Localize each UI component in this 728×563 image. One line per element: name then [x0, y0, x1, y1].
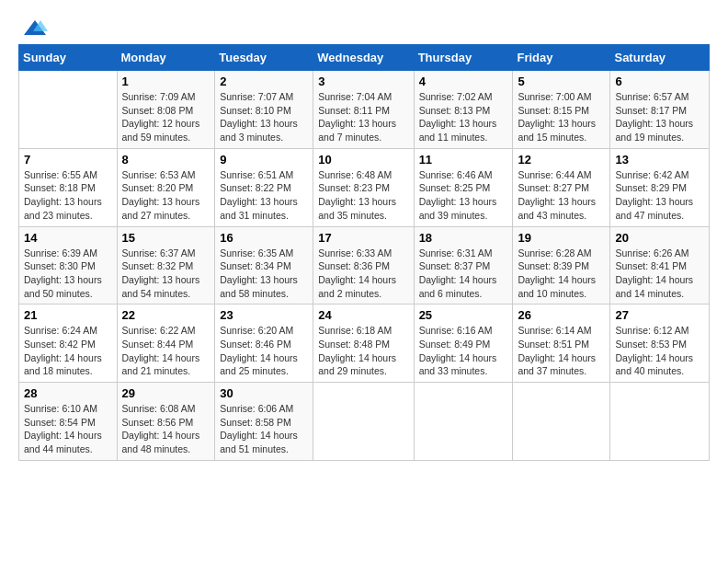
day-sunrise: Sunrise: 6:10 AMSunset: 8:54 PMDaylight:… [24, 403, 102, 454]
day-header-saturday: Saturday [610, 45, 710, 71]
day-number: 26 [518, 308, 605, 322]
calendar-cell [513, 383, 610, 461]
day-sunrise: Sunrise: 6:14 AMSunset: 8:51 PMDaylight:… [518, 325, 596, 376]
day-sunrise: Sunrise: 7:07 AMSunset: 8:10 PMDaylight:… [220, 91, 298, 143]
day-number: 28 [24, 386, 112, 400]
calendar-cell: 6 Sunrise: 6:57 AMSunset: 8:17 PMDayligh… [610, 71, 710, 149]
calendar-table: SundayMondayTuesdayWednesdayThursdayFrid… [18, 44, 710, 461]
day-sunrise: Sunrise: 7:00 AMSunset: 8:15 PMDaylight:… [518, 91, 596, 143]
calendar-week-5: 28 Sunrise: 6:10 AMSunset: 8:54 PMDaylig… [19, 383, 710, 461]
day-number: 2 [220, 75, 308, 88]
calendar-week-2: 7 Sunrise: 6:55 AMSunset: 8:18 PMDayligh… [19, 148, 710, 226]
day-number: 9 [220, 153, 308, 167]
day-number: 25 [419, 308, 508, 322]
calendar-cell [610, 383, 710, 461]
day-number: 13 [615, 153, 704, 167]
logo-icon [22, 18, 48, 39]
day-sunrise: Sunrise: 6:57 AMSunset: 8:17 PMDaylight:… [615, 91, 693, 143]
day-sunrise: Sunrise: 6:39 AMSunset: 8:30 PMDaylight:… [24, 247, 102, 299]
calendar-cell: 16 Sunrise: 6:35 AMSunset: 8:34 PMDaylig… [215, 226, 313, 304]
day-sunrise: Sunrise: 6:18 AMSunset: 8:48 PMDaylight:… [318, 325, 396, 376]
day-number: 7 [24, 153, 112, 167]
day-sunrise: Sunrise: 6:08 AMSunset: 8:56 PMDaylight:… [122, 403, 200, 454]
day-number: 3 [318, 75, 408, 88]
calendar-cell: 12 Sunrise: 6:44 AMSunset: 8:27 PMDaylig… [513, 148, 610, 226]
calendar-cell [313, 383, 414, 461]
calendar-week-4: 21 Sunrise: 6:24 AMSunset: 8:42 PMDaylig… [19, 304, 710, 383]
calendar-cell: 11 Sunrise: 6:46 AMSunset: 8:25 PMDaylig… [414, 148, 513, 226]
calendar-cell: 1 Sunrise: 7:09 AMSunset: 8:08 PMDayligh… [117, 71, 215, 149]
day-number: 14 [24, 231, 112, 245]
calendar-cell: 26 Sunrise: 6:14 AMSunset: 8:51 PMDaylig… [513, 304, 610, 383]
day-sunrise: Sunrise: 6:35 AMSunset: 8:34 PMDaylight:… [220, 247, 298, 299]
calendar-cell: 17 Sunrise: 6:33 AMSunset: 8:36 PMDaylig… [313, 226, 414, 304]
calendar-week-3: 14 Sunrise: 6:39 AMSunset: 8:30 PMDaylig… [19, 226, 710, 304]
calendar-cell: 30 Sunrise: 6:06 AMSunset: 8:58 PMDaylig… [215, 383, 313, 461]
day-number: 5 [518, 75, 605, 88]
day-sunrise: Sunrise: 6:26 AMSunset: 8:41 PMDaylight:… [615, 247, 693, 299]
calendar-cell: 22 Sunrise: 6:22 AMSunset: 8:44 PMDaylig… [117, 304, 215, 383]
calendar-cell: 29 Sunrise: 6:08 AMSunset: 8:56 PMDaylig… [117, 383, 215, 461]
calendar-cell [19, 71, 118, 149]
day-sunrise: Sunrise: 6:44 AMSunset: 8:27 PMDaylight:… [518, 169, 596, 221]
calendar-cell: 23 Sunrise: 6:20 AMSunset: 8:46 PMDaylig… [215, 304, 313, 383]
day-header-thursday: Thursday [414, 45, 513, 71]
day-sunrise: Sunrise: 6:24 AMSunset: 8:42 PMDaylight:… [24, 325, 102, 376]
day-header-monday: Monday [117, 45, 215, 71]
calendar-week-1: 1 Sunrise: 7:09 AMSunset: 8:08 PMDayligh… [19, 71, 710, 149]
calendar-cell: 28 Sunrise: 6:10 AMSunset: 8:54 PMDaylig… [19, 383, 118, 461]
logo [18, 18, 48, 35]
day-number: 18 [419, 231, 508, 245]
day-sunrise: Sunrise: 7:04 AMSunset: 8:11 PMDaylight:… [318, 91, 396, 143]
day-number: 24 [318, 308, 408, 322]
day-sunrise: Sunrise: 6:37 AMSunset: 8:32 PMDaylight:… [122, 247, 200, 299]
day-number: 16 [220, 231, 308, 245]
calendar-cell: 24 Sunrise: 6:18 AMSunset: 8:48 PMDaylig… [313, 304, 414, 383]
calendar-cell: 3 Sunrise: 7:04 AMSunset: 8:11 PMDayligh… [313, 71, 414, 149]
day-number: 1 [122, 75, 210, 88]
day-number: 29 [122, 386, 210, 400]
day-header-sunday: Sunday [19, 45, 118, 71]
calendar-cell: 21 Sunrise: 6:24 AMSunset: 8:42 PMDaylig… [19, 304, 118, 383]
calendar-cell: 19 Sunrise: 6:28 AMSunset: 8:39 PMDaylig… [513, 226, 610, 304]
day-number: 10 [318, 153, 408, 167]
day-number: 27 [615, 308, 704, 322]
day-number: 22 [122, 308, 210, 322]
day-sunrise: Sunrise: 6:06 AMSunset: 8:58 PMDaylight:… [220, 403, 298, 454]
day-number: 11 [419, 153, 508, 167]
calendar-cell [414, 383, 513, 461]
calendar-cell: 20 Sunrise: 6:26 AMSunset: 8:41 PMDaylig… [610, 226, 710, 304]
calendar-cell: 14 Sunrise: 6:39 AMSunset: 8:30 PMDaylig… [19, 226, 118, 304]
day-sunrise: Sunrise: 6:42 AMSunset: 8:29 PMDaylight:… [615, 169, 693, 221]
day-header-friday: Friday [513, 45, 610, 71]
day-sunrise: Sunrise: 6:33 AMSunset: 8:36 PMDaylight:… [318, 247, 396, 299]
day-number: 19 [518, 231, 605, 245]
calendar-cell: 5 Sunrise: 7:00 AMSunset: 8:15 PMDayligh… [513, 71, 610, 149]
day-sunrise: Sunrise: 6:28 AMSunset: 8:39 PMDaylight:… [518, 247, 596, 299]
calendar-cell: 7 Sunrise: 6:55 AMSunset: 8:18 PMDayligh… [19, 148, 118, 226]
day-number: 30 [220, 386, 308, 400]
calendar-cell: 2 Sunrise: 7:07 AMSunset: 8:10 PMDayligh… [215, 71, 313, 149]
day-number: 21 [24, 308, 112, 322]
calendar-cell: 8 Sunrise: 6:53 AMSunset: 8:20 PMDayligh… [117, 148, 215, 226]
day-number: 12 [518, 153, 605, 167]
calendar-cell: 13 Sunrise: 6:42 AMSunset: 8:29 PMDaylig… [610, 148, 710, 226]
day-number: 17 [318, 231, 408, 245]
header [18, 18, 710, 35]
day-header-tuesday: Tuesday [215, 45, 313, 71]
day-sunrise: Sunrise: 6:20 AMSunset: 8:46 PMDaylight:… [220, 325, 298, 376]
calendar-cell: 10 Sunrise: 6:48 AMSunset: 8:23 PMDaylig… [313, 148, 414, 226]
day-sunrise: Sunrise: 6:51 AMSunset: 8:22 PMDaylight:… [220, 169, 298, 221]
day-number: 8 [122, 153, 210, 167]
day-sunrise: Sunrise: 6:22 AMSunset: 8:44 PMDaylight:… [122, 325, 200, 376]
day-sunrise: Sunrise: 7:09 AMSunset: 8:08 PMDaylight:… [122, 91, 200, 143]
calendar-cell: 9 Sunrise: 6:51 AMSunset: 8:22 PMDayligh… [215, 148, 313, 226]
day-sunrise: Sunrise: 6:48 AMSunset: 8:23 PMDaylight:… [318, 169, 396, 221]
day-sunrise: Sunrise: 6:53 AMSunset: 8:20 PMDaylight:… [122, 169, 200, 221]
day-sunrise: Sunrise: 6:55 AMSunset: 8:18 PMDaylight:… [24, 169, 102, 221]
calendar-cell: 18 Sunrise: 6:31 AMSunset: 8:37 PMDaylig… [414, 226, 513, 304]
day-sunrise: Sunrise: 6:16 AMSunset: 8:49 PMDaylight:… [419, 325, 497, 376]
day-sunrise: Sunrise: 6:12 AMSunset: 8:53 PMDaylight:… [615, 325, 693, 376]
day-number: 15 [122, 231, 210, 245]
calendar-cell: 15 Sunrise: 6:37 AMSunset: 8:32 PMDaylig… [117, 226, 215, 304]
